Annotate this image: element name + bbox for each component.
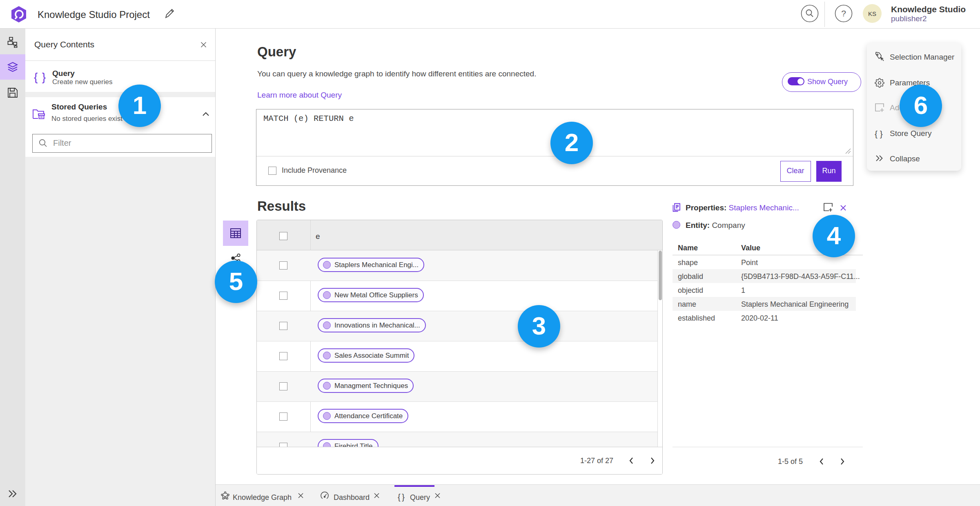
svg-text:?: ? — [841, 9, 846, 18]
